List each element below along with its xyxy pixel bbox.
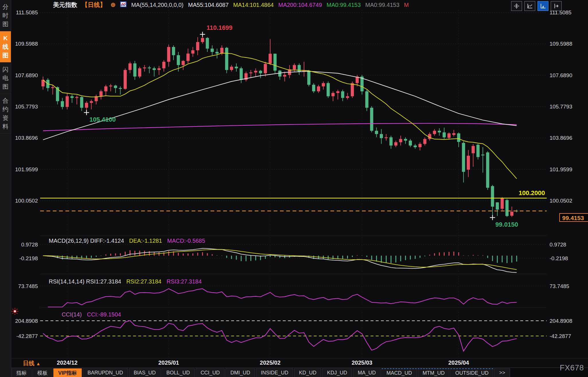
macd-bar: [333, 256, 334, 259]
tab-BARUPDN_UD[interactable]: BARUPDN_UD: [83, 368, 128, 377]
candles-group: [42, 34, 518, 218]
tab-模板[interactable]: 模板: [32, 368, 52, 377]
y-axis-label: 73.7485: [550, 283, 569, 289]
add-indicator-icon[interactable]: ⊕: [110, 1, 116, 9]
tab-CCI_UD[interactable]: CCI_UD: [196, 368, 225, 377]
candle-body: [496, 202, 499, 209]
y-axis-label: -0.2198: [550, 255, 568, 261]
candle: [414, 144, 417, 149]
candle: [312, 83, 315, 93]
candle: [447, 132, 451, 139]
tab-BIAS_UD[interactable]: BIAS_UD: [129, 368, 161, 377]
candle: [293, 63, 296, 72]
candle-body: [433, 131, 436, 134]
y-axis-label: 111.5085: [16, 9, 38, 15]
tab-MA_UD[interactable]: MA_UD: [353, 368, 381, 377]
legend-item: MA14:101.4864: [233, 2, 274, 8]
macd-dea-line: [43, 250, 517, 270]
candle: [298, 63, 301, 75]
macd-bar: [183, 253, 184, 256]
macd-bar: [236, 256, 237, 260]
panel-header-item: CCI(14): [62, 311, 82, 318]
tab-INSIDE_UD[interactable]: INSIDE_UD: [256, 368, 293, 377]
current-price-badge: 99.4153: [559, 213, 588, 222]
candle: [336, 90, 339, 100]
candle: [191, 47, 194, 57]
tab-MACD_UD[interactable]: MACD_UD: [381, 368, 417, 377]
macd-bar: [357, 255, 358, 256]
macd-bar: [284, 256, 285, 258]
macd-bar: [478, 255, 478, 256]
candle-body: [104, 86, 108, 91]
axis-exit-tool-button[interactable]: [551, 1, 562, 11]
tab->>[interactable]: >>: [494, 368, 510, 377]
sun-ray: [17, 309, 17, 310]
y-axis-label: -0.2198: [20, 255, 38, 261]
y-axis-label: 73.7485: [18, 283, 38, 289]
chart-canvas: 100.2000110.1699105.410099.0150111.50851…: [11, 0, 588, 358]
axis-play-tool-button[interactable]: [538, 1, 548, 11]
candle: [196, 37, 199, 55]
macd-bar: [328, 256, 329, 259]
macd-bar: [115, 253, 116, 256]
candle: [148, 66, 151, 73]
y-axis-label: 103.8696: [550, 135, 572, 141]
candle-body: [365, 91, 368, 108]
candle: [278, 70, 281, 80]
ma-legend: MA(55,14,200,0,0,0)MA55:104.6087MA14:101…: [131, 2, 409, 8]
candle: [307, 70, 310, 86]
macd-header: MACD(26,12,9) DIFF:-1.4124DEA:-1.1281MAC…: [49, 238, 205, 244]
candle: [109, 84, 112, 92]
macd-histogram: [43, 250, 517, 263]
candle: [186, 48, 190, 63]
x-axis-label: 2025/02: [260, 359, 281, 366]
mini-chart-icon[interactable]: [120, 1, 126, 8]
sidebar-item-合约资料[interactable]: 合 约 资 料: [0, 94, 11, 134]
sidebar-item-闪电图[interactable]: 闪 电 图: [0, 63, 11, 94]
period-selector[interactable]: 日线 ▲: [23, 359, 40, 367]
sidebar-item-K线图[interactable]: K 线 图: [0, 31, 11, 63]
candle-body: [505, 200, 509, 216]
y-axis-label: 107.6890: [15, 72, 38, 78]
tab-VIP指标[interactable]: VIP指标: [53, 368, 82, 377]
macd-bar: [463, 255, 464, 256]
candle: [288, 65, 291, 78]
macd-bar: [255, 256, 256, 261]
candle: [273, 54, 277, 73]
tab-BOLL_UD[interactable]: BOLL_UD: [161, 368, 195, 377]
candle: [104, 85, 108, 96]
candle: [133, 61, 137, 80]
tab-指标[interactable]: 指标: [11, 368, 32, 377]
macd-bar: [444, 252, 445, 256]
candle: [42, 77, 45, 90]
candle: [46, 78, 49, 91]
candle-body: [201, 38, 204, 42]
candle-body: [191, 50, 194, 53]
candle-body: [351, 83, 354, 96]
tab-KDJ_UD[interactable]: KDJ_UD: [322, 368, 352, 377]
candle-body: [443, 132, 446, 137]
axis-tool-button[interactable]: [524, 1, 535, 11]
candle: [302, 62, 305, 77]
panel-header-item: DEA:-1.1281: [129, 238, 162, 244]
ma200-line: [43, 123, 517, 131]
panel-header-item: MACD:-0.5685: [167, 238, 205, 244]
candle: [467, 150, 470, 177]
tab-DMI_UD[interactable]: DMI_UD: [225, 368, 255, 377]
sidebar-item-分时图[interactable]: 分 时 图: [0, 0, 11, 31]
ma55-line: [43, 71, 517, 140]
tab-OUTSIDE_UD[interactable]: OUTSIDE_UD: [450, 368, 493, 377]
tab-MTM_UD[interactable]: MTM_UD: [418, 368, 449, 377]
macd-bar: [246, 256, 246, 261]
move-tool-button[interactable]: [511, 1, 522, 11]
price-annotation: 99.0150: [490, 215, 518, 228]
tab-KD_UD[interactable]: KD_UD: [294, 368, 321, 377]
candle: [496, 202, 499, 216]
period-tag[interactable]: 【日线】: [82, 1, 106, 9]
candle-body: [414, 145, 417, 147]
candle-body: [298, 65, 301, 72]
candle-body: [128, 63, 132, 70]
candle: [162, 60, 166, 72]
candle-body: [167, 47, 170, 62]
macd-bar: [231, 256, 232, 259]
